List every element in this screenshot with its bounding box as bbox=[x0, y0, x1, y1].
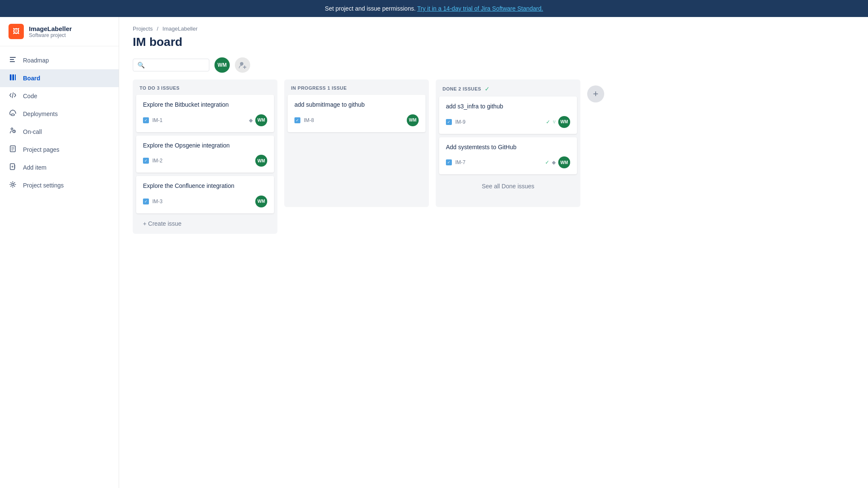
sidebar-label-deployments: Deployments bbox=[23, 111, 58, 117]
card-checkbox: ✓ bbox=[143, 158, 149, 164]
code-icon bbox=[9, 91, 17, 101]
card-avatar: WM bbox=[558, 156, 570, 168]
column-cards-done: add s3_infra to github ✓ IM-9 ✓⑂ WM Add … bbox=[436, 96, 580, 174]
page-header: Projects / ImageLabeller IM board bbox=[119, 17, 868, 57]
card-checkbox: ✓ bbox=[143, 117, 149, 123]
svg-point-7 bbox=[11, 128, 13, 130]
on-call-icon bbox=[9, 127, 17, 136]
done-check-icon: ✓ bbox=[485, 85, 490, 92]
sidebar: 🖼 ImageLabeller Software project Roadmap… bbox=[0, 17, 119, 488]
sidebar-label-project-settings: Project settings bbox=[23, 182, 64, 189]
sidebar-label-project-pages: Project pages bbox=[23, 146, 60, 153]
card-icons: WM bbox=[255, 155, 267, 167]
card-checkbox: ✓ bbox=[446, 159, 452, 165]
main-content: Projects / ImageLabeller IM board 🔍 WM bbox=[119, 17, 868, 488]
sidebar-label-code: Code bbox=[23, 93, 37, 99]
card-meta: ✓ IM-2 bbox=[143, 158, 163, 164]
project-type: Software project bbox=[29, 32, 72, 38]
card-check-icon: ✓ bbox=[545, 159, 549, 165]
column-header-todo: TO DO 3 ISSUES bbox=[133, 79, 277, 95]
add-item-icon bbox=[9, 163, 17, 172]
svg-rect-1 bbox=[10, 59, 14, 60]
search-box[interactable]: 🔍 bbox=[133, 59, 209, 71]
sidebar-item-project-settings[interactable]: Project settings bbox=[0, 176, 119, 194]
card-im-8[interactable]: add submitImage to github ✓ IM-8 WM bbox=[288, 95, 425, 132]
project-name: ImageLabeller bbox=[29, 25, 72, 32]
svg-rect-2 bbox=[10, 61, 15, 62]
sidebar-item-deployments[interactable]: Deployments bbox=[0, 105, 119, 123]
card-id: IM-3 bbox=[152, 199, 163, 204]
breadcrumb: Projects / ImageLabeller bbox=[133, 26, 854, 32]
sidebar-nav: Roadmap Board Code Deployments On-call P… bbox=[0, 46, 119, 199]
card-footer: ✓ IM-7 ✓◆ WM bbox=[446, 156, 570, 168]
board-area: TO DO 3 ISSUES Explore the Bitbucket int… bbox=[119, 79, 868, 488]
trial-banner: Set project and issue permissions. Try i… bbox=[0, 0, 868, 17]
banner-text: Set project and issue permissions. bbox=[325, 5, 416, 12]
sidebar-item-add-item[interactable]: Add item bbox=[0, 159, 119, 176]
card-avatar: WM bbox=[407, 114, 419, 126]
card-check-icon: ✓ bbox=[546, 119, 550, 125]
card-im-2[interactable]: Explore the Opsgenie integration ✓ IM-2 … bbox=[136, 136, 274, 173]
card-meta: ✓ IM-1 bbox=[143, 117, 163, 123]
card-icons: ✓◆ WM bbox=[545, 156, 570, 168]
column-title-inprogress: IN PROGRESS 1 ISSUE bbox=[291, 85, 347, 91]
card-icons: ✓⑂ WM bbox=[546, 116, 570, 128]
card-avatar: WM bbox=[255, 196, 267, 207]
card-meta: ✓ IM-9 bbox=[446, 119, 465, 125]
card-im-7[interactable]: Add systemtests to GitHub ✓ IM-7 ✓◆ WM bbox=[439, 137, 577, 175]
card-title: add submitImage to github bbox=[294, 101, 419, 109]
card-id: IM-1 bbox=[152, 117, 163, 123]
breadcrumb-project[interactable]: ImageLabeller bbox=[163, 26, 197, 32]
search-icon: 🔍 bbox=[137, 62, 145, 68]
sidebar-item-roadmap[interactable]: Roadmap bbox=[0, 51, 119, 69]
create-issue-button[interactable]: + Create issue bbox=[136, 217, 274, 230]
card-id: IM-7 bbox=[455, 159, 465, 165]
card-im-9[interactable]: add s3_infra to github ✓ IM-9 ✓⑂ WM bbox=[439, 96, 577, 134]
card-meta: ✓ IM-8 bbox=[294, 117, 314, 123]
card-icons: WM bbox=[407, 114, 419, 126]
project-settings-icon bbox=[9, 181, 17, 190]
sidebar-header: 🖼 ImageLabeller Software project bbox=[0, 17, 119, 46]
sidebar-item-project-pages[interactable]: Project pages bbox=[0, 141, 119, 159]
see-all-done-button[interactable]: See all Done issues bbox=[436, 174, 580, 198]
sidebar-label-on-call: On-call bbox=[23, 128, 42, 135]
board-icon bbox=[9, 74, 17, 83]
card-id: IM-8 bbox=[304, 117, 314, 123]
card-footer: ✓ IM-3 WM bbox=[143, 196, 267, 207]
card-meta: ✓ IM-3 bbox=[143, 199, 163, 204]
breadcrumb-projects[interactable]: Projects bbox=[133, 26, 153, 32]
card-footer: ✓ IM-9 ✓⑂ WM bbox=[446, 116, 570, 128]
page-title: IM board bbox=[133, 35, 854, 49]
card-title: Add systemtests to GitHub bbox=[446, 143, 570, 152]
sidebar-item-code[interactable]: Code bbox=[0, 87, 119, 105]
sidebar-item-on-call[interactable]: On-call bbox=[0, 123, 119, 141]
svg-rect-4 bbox=[12, 74, 14, 80]
card-id: IM-2 bbox=[152, 158, 163, 164]
card-checkbox: ✓ bbox=[446, 119, 452, 125]
card-im-3[interactable]: Explore the Confluence integration ✓ IM-… bbox=[136, 176, 274, 213]
card-title: Explore the Bitbucket integration bbox=[143, 101, 267, 109]
card-im-1[interactable]: Explore the Bitbucket integration ✓ IM-1… bbox=[136, 95, 274, 132]
search-input[interactable] bbox=[148, 62, 205, 68]
column-todo: TO DO 3 ISSUES Explore the Bitbucket int… bbox=[133, 79, 277, 234]
card-title: Explore the Confluence integration bbox=[143, 182, 267, 190]
banner-link[interactable]: Try it in a 14-day trial of Jira Softwar… bbox=[417, 5, 543, 12]
add-column-button[interactable]: + bbox=[587, 85, 604, 102]
card-priority-icon: ◆ bbox=[249, 117, 253, 123]
card-icons: ◆ WM bbox=[249, 114, 267, 126]
card-avatar: WM bbox=[255, 155, 267, 167]
column-title-done: DONE 2 ISSUES bbox=[443, 86, 481, 91]
sidebar-label-board: Board bbox=[23, 75, 40, 82]
card-footer: ✓ IM-1 ◆ WM bbox=[143, 114, 267, 126]
column-cards-todo: Explore the Bitbucket integration ✓ IM-1… bbox=[133, 95, 277, 213]
add-member-button[interactable] bbox=[235, 57, 250, 73]
sidebar-label-roadmap: Roadmap bbox=[23, 57, 49, 64]
toolbar: 🔍 WM bbox=[119, 57, 868, 79]
sidebar-item-board[interactable]: Board bbox=[0, 69, 119, 87]
card-avatar: WM bbox=[558, 116, 570, 128]
sidebar-label-add-item: Add item bbox=[23, 164, 46, 171]
card-branch-icon: ⑂ bbox=[553, 119, 556, 125]
card-avatar: WM bbox=[255, 114, 267, 126]
card-checkbox: ✓ bbox=[294, 117, 300, 123]
user-avatar[interactable]: WM bbox=[214, 57, 230, 73]
